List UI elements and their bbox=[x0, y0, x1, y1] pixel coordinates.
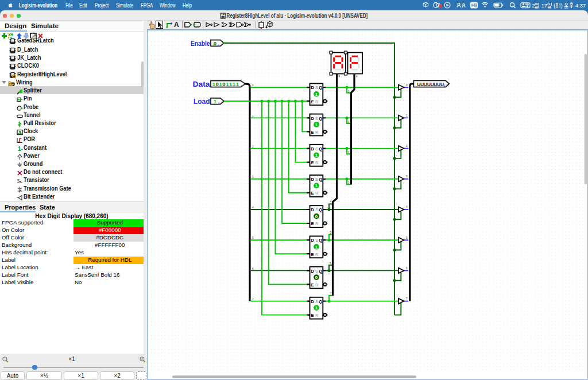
svg-text:1: 1 bbox=[18, 146, 21, 152]
